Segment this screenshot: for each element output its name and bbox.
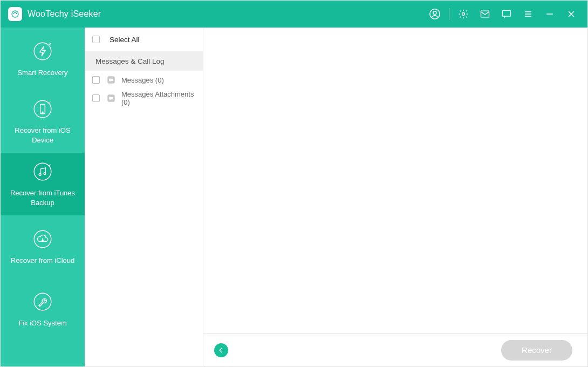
message-bubble-icon xyxy=(106,75,116,85)
menu-icon[interactable] xyxy=(517,1,539,28)
sidebar: Smart Recovery Recover from iOS Device R… xyxy=(1,28,85,366)
sidebar-item-recover-icloud[interactable]: Recover from iCloud xyxy=(1,215,85,278)
sidebar-item-recover-itunes[interactable]: Recover from iTunes Backup xyxy=(1,153,85,215)
settings-icon[interactable] xyxy=(453,1,474,28)
wrench-circle-icon xyxy=(31,290,54,313)
lightning-circle-icon xyxy=(31,40,54,63)
sidebar-item-label: Smart Recovery xyxy=(17,68,67,78)
select-all-checkbox[interactable] xyxy=(92,36,100,43)
message-bubble-icon xyxy=(106,93,116,103)
sidebar-item-label: Recover from iCloud xyxy=(11,256,75,266)
titlebar: WooTechy iSeeker xyxy=(1,1,587,28)
category-checkbox[interactable] xyxy=(92,94,100,102)
phone-circle-icon xyxy=(31,98,54,120)
svg-rect-5 xyxy=(503,10,511,16)
recover-button[interactable]: Recover xyxy=(501,340,572,361)
close-icon[interactable] xyxy=(560,1,582,28)
titlebar-divider xyxy=(449,8,449,20)
category-row-messages[interactable]: Messages (0) xyxy=(85,71,203,89)
sidebar-item-fix-ios[interactable]: Fix iOS System xyxy=(1,278,85,341)
svg-point-0 xyxy=(12,11,18,17)
sidebar-item-recover-ios[interactable]: Recover from iOS Device xyxy=(1,90,85,153)
back-button[interactable] xyxy=(214,343,228,357)
category-row-messages-attachments[interactable]: Messages Attachments (0) xyxy=(85,89,203,107)
cloud-circle-icon xyxy=(31,228,54,250)
music-circle-icon xyxy=(31,160,54,183)
category-label: Messages (0) xyxy=(121,76,164,84)
content-main xyxy=(203,28,587,333)
sidebar-item-label: Fix iOS System xyxy=(18,318,67,328)
content-area: Recover xyxy=(203,28,587,366)
app-logo xyxy=(8,7,22,21)
sidebar-item-label: Recover from iOS Device xyxy=(5,126,80,145)
sidebar-item-smart-recovery[interactable]: Smart Recovery xyxy=(1,28,85,90)
minimize-icon[interactable] xyxy=(539,1,560,28)
svg-point-11 xyxy=(39,174,41,176)
svg-rect-4 xyxy=(481,11,489,17)
app-body: Smart Recovery Recover from iOS Device R… xyxy=(1,28,587,366)
mail-icon[interactable] xyxy=(474,1,496,28)
svg-point-6 xyxy=(34,43,51,60)
recover-button-label: Recover xyxy=(522,345,552,355)
category-label: Messages Attachments (0) xyxy=(121,90,203,106)
category-checkbox[interactable] xyxy=(92,76,100,84)
footer: Recover xyxy=(203,333,587,366)
app-title: WooTechy iSeeker xyxy=(28,9,101,19)
category-panel: Select All Messages & Call Log Messages … xyxy=(85,28,203,366)
app-window: WooTechy iSeeker xyxy=(0,0,588,367)
feedback-icon[interactable] xyxy=(496,1,517,28)
select-all-row[interactable]: Select All xyxy=(85,28,203,51)
svg-point-12 xyxy=(44,173,46,175)
svg-point-2 xyxy=(433,11,436,15)
svg-point-9 xyxy=(42,112,43,113)
sidebar-item-label: Recover from iTunes Backup xyxy=(5,188,80,207)
svg-point-3 xyxy=(462,13,465,16)
select-all-label: Select All xyxy=(110,36,140,44)
account-icon[interactable] xyxy=(424,1,446,28)
category-group-header: Messages & Call Log xyxy=(85,51,203,71)
